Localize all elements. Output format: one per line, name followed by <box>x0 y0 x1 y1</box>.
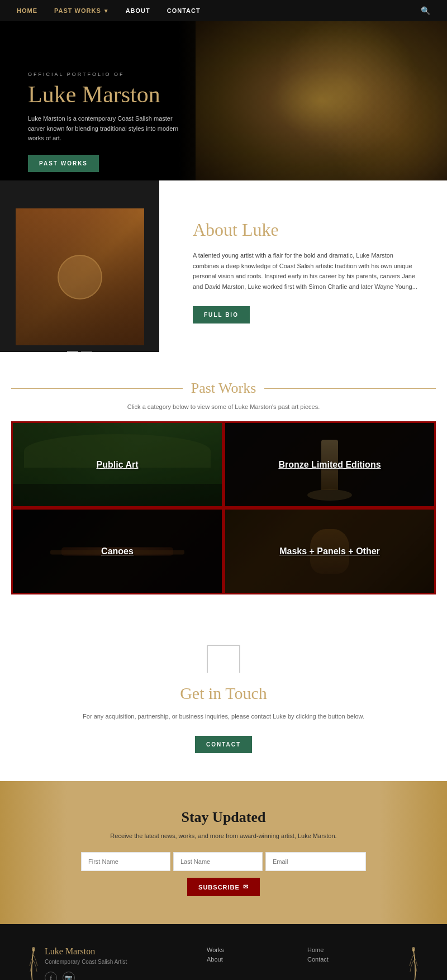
about-title: About Luke <box>193 220 419 240</box>
newsletter-description: Receive the latest news, works, and more… <box>56 831 391 841</box>
email-input[interactable] <box>265 852 366 871</box>
about-image-side <box>0 180 159 352</box>
subscribe-label: SUBSCRIBE <box>198 884 240 891</box>
footer-link-about[interactable]: About <box>207 956 285 963</box>
footer: Luke Marston Contemporary Coast Salish A… <box>0 924 447 980</box>
newsletter-bg-right <box>380 781 447 925</box>
hero-cta-button[interactable]: PAST WORKS <box>28 155 99 172</box>
search-icon[interactable]: 🔍 <box>421 6 430 16</box>
mail-icon: ✉ <box>243 883 249 891</box>
nav-past-works-dropdown[interactable]: PAST WORKS ▼ <box>54 7 109 14</box>
footer-links-col-1: Works About <box>207 946 285 980</box>
hero-background-image <box>196 21 447 180</box>
contact-title: Get in Touch <box>11 684 436 703</box>
nav-about[interactable]: ABOUT <box>126 7 150 14</box>
footer-links-col-2: Home Contact <box>307 946 386 980</box>
contact-description: For any acquisition, partnership, or bus… <box>11 711 436 722</box>
subscribe-button[interactable]: SUBSCRIBE ✉ <box>187 878 260 896</box>
section-divider: Past Works <box>11 380 436 397</box>
public-art-label: Public Art <box>13 460 222 470</box>
gallery-item-canoes[interactable]: Canoes <box>11 508 224 594</box>
past-works-title: Past Works <box>191 380 256 397</box>
hero-description: Luke Marston is a contemporary Coast Sal… <box>28 114 184 144</box>
newsletter-title: Stay Updated <box>56 809 391 826</box>
footer-brand-subtitle: Contemporary Coast Salish Artist <box>45 959 127 965</box>
svg-point-0 <box>32 947 35 952</box>
past-works-subtitle: Click a category below to view some of L… <box>11 403 436 410</box>
last-name-input[interactable] <box>173 852 263 871</box>
newsletter-bg-left <box>0 781 67 925</box>
svg-point-1 <box>412 947 415 952</box>
past-works-section: Past Works Click a category below to vie… <box>0 352 447 611</box>
footer-brand-name: Luke Marston <box>45 946 127 957</box>
gallery-item-bronze[interactable]: Bronze Limited Editions <box>224 421 436 508</box>
bronze-label: Bronze Limited Editions <box>225 460 434 470</box>
hero-subtitle: OFFICIAL PORTFOLIO OF <box>28 72 184 77</box>
about-text: A talented young artist with a flair for… <box>193 250 419 292</box>
footer-link-works[interactable]: Works <box>207 946 285 953</box>
instagram-icon[interactable]: 📷 <box>63 972 75 980</box>
footer-main: Luke Marston Contemporary Coast Salish A… <box>28 946 419 980</box>
facebook-icon[interactable]: f <box>45 972 57 980</box>
hero-section: OFFICIAL PORTFOLIO OF Luke Marston Luke … <box>0 21 447 180</box>
contact-section: Get in Touch For any acquisition, partne… <box>0 611 447 781</box>
about-artist-image <box>16 208 144 345</box>
canoes-label: Canoes <box>13 546 222 556</box>
gallery-item-masks[interactable]: Masks + Panels + Other <box>224 508 436 594</box>
newsletter-form <box>56 852 391 871</box>
contact-decorative-box <box>207 645 240 673</box>
gallery-item-public-art[interactable]: Public Art <box>11 421 224 508</box>
chevron-down-icon: ▼ <box>103 8 109 14</box>
masks-label: Masks + Panels + Other <box>225 546 434 556</box>
newsletter-section: Stay Updated Receive the latest news, wo… <box>0 781 447 925</box>
navigation: HOME PAST WORKS ▼ ABOUT CONTACT 🔍 <box>0 0 447 21</box>
about-cta-button[interactable]: FULL BIO <box>193 306 250 324</box>
gallery-grid: Public Art Bronze Limited Editions Canoe… <box>11 421 436 594</box>
first-name-input[interactable] <box>81 852 170 871</box>
footer-link-home[interactable]: Home <box>307 946 386 953</box>
footer-feather-right <box>408 946 419 980</box>
about-section: About Luke A talented young artist with … <box>0 180 447 352</box>
hero-title: Luke Marston <box>28 82 184 107</box>
contact-cta-button[interactable]: CONTACT <box>195 736 252 753</box>
nav-past-works[interactable]: PAST WORKS <box>54 7 101 14</box>
nav-contact[interactable]: CONTACT <box>167 7 201 14</box>
hero-content: OFFICIAL PORTFOLIO OF Luke Marston Luke … <box>28 72 184 172</box>
nav-home[interactable]: HOME <box>17 7 37 14</box>
footer-feather-left <box>28 946 39 980</box>
nav-links: HOME PAST WORKS ▼ ABOUT CONTACT <box>17 7 201 14</box>
footer-social-links: f 📷 <box>45 972 127 980</box>
about-content: About Luke A talented young artist with … <box>159 180 447 352</box>
footer-brand-info: Luke Marston Contemporary Coast Salish A… <box>45 946 127 980</box>
footer-link-contact[interactable]: Contact <box>307 956 386 963</box>
